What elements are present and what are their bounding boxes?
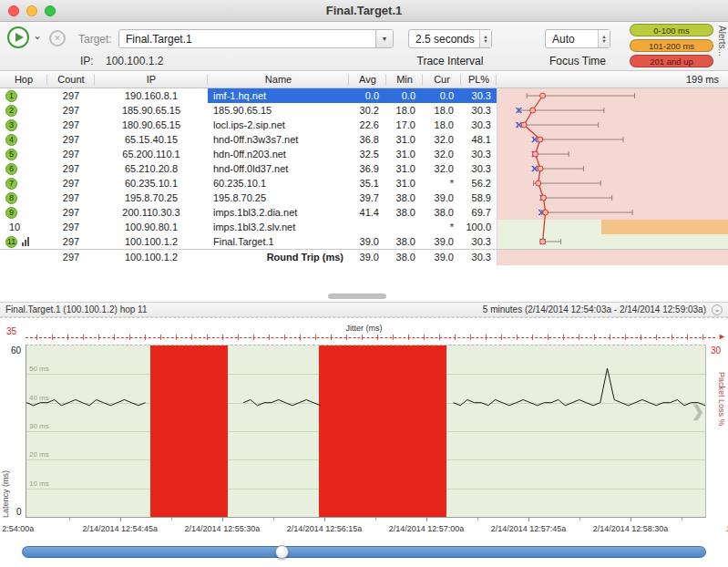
ip-cell: 65.15.40.15 — [95, 132, 208, 147]
table-row[interactable]: 10297100.90.80.1imps.1bl3.2.slv.net*100.… — [0, 220, 728, 234]
hop-graph-cell — [497, 220, 728, 234]
round-trip-count: 297 — [47, 250, 95, 265]
time-minor-tick — [682, 518, 682, 521]
ip-cell: 100.100.1.2 — [95, 234, 208, 249]
hop-cell: 2 — [0, 103, 47, 118]
start-trace-button[interactable] — [7, 26, 29, 48]
stop-trace-button[interactable]: ✕ — [49, 30, 66, 46]
titlebar: Final.Target.1 — [0, 0, 728, 22]
latency-plot[interactable]: ❯ 50 ms40 ms30 ms20 ms10 ms — [26, 345, 706, 518]
scrollbar-thumb[interactable] — [275, 545, 289, 559]
target-combobox[interactable]: Final.Target.1 ▼ — [118, 29, 394, 48]
trace-interval-value: 2.5 seconds — [409, 33, 479, 46]
hop-number-badge: 1 — [5, 90, 17, 102]
trace-interval-stepper[interactable]: ▲▼ — [479, 30, 491, 47]
hop-cell: 10 — [0, 220, 47, 234]
min-cell: 17.0 — [386, 118, 423, 132]
table-row[interactable]: 2297185.90.65.15185.90.65.1530.218.018.0… — [0, 103, 728, 118]
minimize-window-button[interactable] — [26, 5, 37, 16]
count-cell: 297 — [47, 103, 95, 118]
ip-cell: 65.210.20.8 — [95, 161, 208, 176]
column-min[interactable]: Min — [386, 71, 423, 88]
column-count[interactable]: Count — [47, 71, 95, 88]
cur-cell: 0.0 — [423, 88, 461, 103]
alerts-button[interactable]: Alerts... — [717, 26, 727, 69]
min-cell: 0.0 — [386, 88, 423, 103]
table-row[interactable]: 3297180.90.65.15locl.ips-2.sip.net22.617… — [0, 118, 728, 132]
trace-interval-select[interactable]: 2.5 seconds ▲▼ — [408, 29, 492, 48]
close-window-button[interactable] — [8, 5, 19, 16]
column-cur[interactable]: Cur — [423, 71, 461, 88]
table-row[interactable]: 529765.200.110.1hdn-0ff.n203.net32.531.0… — [0, 147, 728, 161]
splitter-grip-icon[interactable] — [328, 294, 386, 299]
time-tick — [528, 518, 529, 521]
hop-graph-cell — [497, 205, 728, 220]
jitter-ticks — [36, 335, 715, 340]
legend-101-200ms: 101-200 ms — [630, 39, 713, 52]
avg-cell: 41.4 — [349, 205, 386, 220]
focus-time-stepper[interactable]: ▲▼ — [598, 30, 610, 47]
table-row[interactable]: 8297195.8.70.25195.8.70.2539.738.039.058… — [0, 191, 728, 205]
avg-cell: 0.0 — [349, 88, 386, 103]
name-cell: hdn-0ff.n203.net — [208, 147, 349, 161]
target-dropdown-button[interactable]: ▼ — [375, 30, 393, 47]
hop-cell: 7 — [0, 176, 47, 191]
table-row[interactable]: 1297190.160.8.1imf-1.hq.net0.00.00.030.3 — [0, 88, 728, 103]
play-options-chevron-icon[interactable]: ⌄ — [33, 29, 42, 42]
column-avg[interactable]: Avg — [349, 71, 386, 88]
hop-graph-cell — [497, 161, 728, 176]
loss-axis-max: 30 — [711, 345, 721, 356]
table-row[interactable]: 429765.15.40.15hnd-0ff.n3w3s7.net36.831.… — [0, 132, 728, 147]
jitter-label: Jitter (ms) — [0, 324, 728, 333]
time-label: 2/14/2014 12:55:30a — [185, 524, 261, 533]
count-cell: 297 — [47, 220, 95, 234]
name-cell: imps.1bl3.2.slv.net — [208, 220, 349, 234]
column-hop[interactable]: Hop — [0, 71, 47, 88]
pl-cell: 56.2 — [461, 176, 497, 191]
table-row[interactable]: 11297100.100.1.2Final.Target.139.038.039… — [0, 234, 728, 249]
name-cell: imps.1bl3.2.dia.net — [208, 205, 349, 220]
hop-number-badge: 6 — [5, 163, 17, 175]
zoom-window-button[interactable] — [45, 5, 56, 16]
ip-label: IP: — [80, 55, 94, 67]
timeline-header: Final.Target.1 (100.100.1.2) hop 11 5 mi… — [0, 302, 728, 317]
hop-graph-cell — [497, 103, 728, 118]
pl-cell: 30.3 — [461, 234, 497, 249]
hop-cell: 3 — [0, 118, 47, 132]
table-row[interactable]: 9297200.110.30.3imps.1bl3.2.dia.net41.43… — [0, 205, 728, 220]
min-cell: 18.0 — [386, 103, 423, 118]
hop-graph-cell — [497, 147, 728, 161]
column-pl[interactable]: PL% — [461, 71, 497, 88]
min-cell: 31.0 — [386, 161, 423, 176]
hop-cell: 9 — [0, 205, 47, 220]
column-ip[interactable]: IP — [95, 71, 208, 88]
table-row[interactable]: 629765.210.20.8hnd-0ff.0ld37.net36.931.0… — [0, 161, 728, 176]
column-name[interactable]: Name — [208, 71, 349, 88]
name-cell: hnd-0ff.0ld37.net — [208, 161, 349, 176]
focus-time-select[interactable]: Auto ▲▼ — [545, 29, 610, 48]
pl-cell: 30.3 — [461, 88, 497, 103]
hop-number-badge: 11 — [5, 236, 17, 248]
avg-cell: 22.6 — [349, 118, 386, 132]
collapse-panel-icon[interactable]: ⌄ — [712, 304, 723, 315]
focus-time-caption: Focus Time — [527, 55, 629, 67]
hop-number: 10 — [9, 220, 20, 234]
time-tick — [120, 518, 121, 521]
time-minor-tick — [477, 518, 478, 521]
name-cell: Final.Target.1 — [208, 234, 349, 249]
ip-cell: 65.200.110.1 — [95, 147, 208, 161]
timeline-title: Final.Target.1 (100.100.1.2) hop 11 — [5, 304, 147, 314]
round-trip-pl: 30.3 — [461, 250, 497, 265]
latency-line — [26, 345, 705, 517]
timeline-scrollbar[interactable] — [22, 546, 706, 558]
legend-201-up: 201 and up — [630, 55, 713, 67]
round-trip-avg: 39.0 — [349, 250, 386, 265]
time-label: 2:54:00a — [2, 524, 34, 533]
table-row[interactable]: 729760.235.10.160.235.10.135.131.0*56.2 — [0, 176, 728, 191]
ip-cell: 185.90.65.15 — [95, 103, 208, 118]
ip-cell: 190.160.8.1 — [95, 88, 208, 103]
panel-splitter[interactable] — [0, 291, 728, 302]
hop-number-badge: 4 — [5, 134, 17, 146]
count-cell: 297 — [47, 234, 95, 249]
name-cell: locl.ips-2.sip.net — [208, 118, 349, 132]
